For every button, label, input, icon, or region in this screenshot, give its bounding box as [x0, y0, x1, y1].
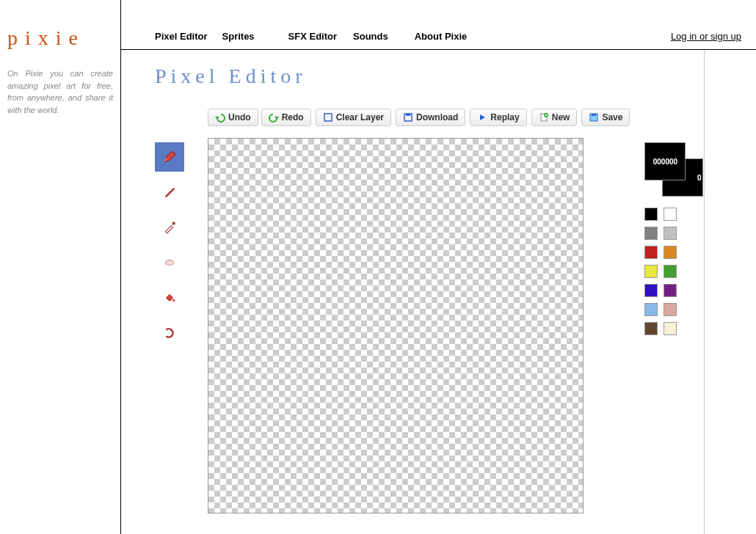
- tool-palette: [155, 142, 184, 348]
- pencil-icon: [163, 150, 176, 164]
- brush-icon: [163, 186, 176, 199]
- color-preview[interactable]: 0 000000: [644, 142, 699, 197]
- new-label: New: [552, 112, 570, 122]
- undo-button[interactable]: Undo: [208, 109, 258, 126]
- palette-color[interactable]: [664, 227, 677, 240]
- primary-color-swatch[interactable]: 000000: [644, 142, 686, 180]
- palette-color[interactable]: [644, 322, 658, 335]
- palette-color[interactable]: [664, 303, 677, 316]
- redo-label: Redo: [282, 112, 304, 122]
- fill-icon: [163, 291, 176, 304]
- nav-pixel-editor[interactable]: Pixel Editor: [155, 31, 208, 42]
- palette-color[interactable]: [644, 227, 658, 240]
- nav-about[interactable]: About Pixie: [415, 31, 468, 42]
- play-icon: [477, 112, 487, 122]
- palette-color[interactable]: [664, 322, 677, 335]
- tool-select[interactable]: [155, 318, 184, 348]
- nav-sounds[interactable]: Sounds: [353, 31, 388, 42]
- redo-button[interactable]: Redo: [261, 109, 311, 126]
- svg-rect-5: [406, 114, 410, 116]
- palette-color[interactable]: [664, 208, 677, 221]
- undo-icon: [215, 112, 225, 122]
- svg-point-0: [172, 222, 175, 225]
- color-palette: [644, 208, 699, 335]
- tool-eraser[interactable]: [155, 248, 184, 277]
- clear-icon: [323, 112, 333, 122]
- dropper-icon: [163, 221, 176, 234]
- clear-layer-label: Clear Layer: [336, 112, 384, 122]
- palette-color[interactable]: [644, 208, 658, 221]
- save-icon: [589, 112, 599, 122]
- svg-point-1: [165, 260, 173, 266]
- replay-label: Replay: [490, 112, 519, 122]
- palette-color[interactable]: [644, 303, 658, 316]
- new-icon: [539, 112, 549, 122]
- undo-label: Undo: [228, 112, 251, 122]
- select-icon: [163, 326, 176, 340]
- login-link[interactable]: Log in or sign up: [671, 31, 741, 42]
- redo-icon: [269, 112, 279, 122]
- tool-fill[interactable]: [155, 283, 184, 312]
- action-toolbar: Undo Redo Clear Layer: [208, 109, 630, 126]
- tool-brush[interactable]: [155, 178, 184, 207]
- nav-sfx-editor[interactable]: SFX Editor: [288, 31, 337, 42]
- tool-pencil[interactable]: [155, 142, 184, 172]
- palette-color[interactable]: [644, 265, 658, 278]
- save-button[interactable]: Save: [581, 109, 630, 126]
- replay-button[interactable]: Replay: [470, 109, 526, 126]
- download-icon: [403, 112, 413, 122]
- page-title: Pixel Editor: [155, 65, 704, 88]
- main-nav: Pixel Editor Sprites SFX Editor Sounds A…: [155, 31, 467, 42]
- clear-layer-button[interactable]: Clear Layer: [316, 109, 391, 126]
- pixel-canvas[interactable]: [208, 138, 584, 513]
- svg-point-2: [172, 299, 175, 301]
- palette-color[interactable]: [664, 284, 677, 297]
- new-button[interactable]: New: [531, 109, 578, 126]
- palette-color[interactable]: [644, 284, 658, 297]
- svg-rect-9: [592, 114, 596, 116]
- svg-rect-3: [324, 114, 332, 121]
- logo: pixie: [7, 26, 113, 50]
- tool-dropper[interactable]: [155, 213, 184, 242]
- nav-sprites[interactable]: Sprites: [222, 31, 255, 42]
- palette-color[interactable]: [664, 246, 677, 259]
- download-label: Download: [416, 112, 458, 122]
- palette-color[interactable]: [664, 265, 677, 278]
- palette-color[interactable]: [644, 246, 658, 259]
- download-button[interactable]: Download: [396, 109, 465, 126]
- tagline: On Pixie you can create amazing pixel ar…: [7, 67, 113, 116]
- save-label: Save: [602, 112, 622, 122]
- eraser-icon: [163, 256, 176, 269]
